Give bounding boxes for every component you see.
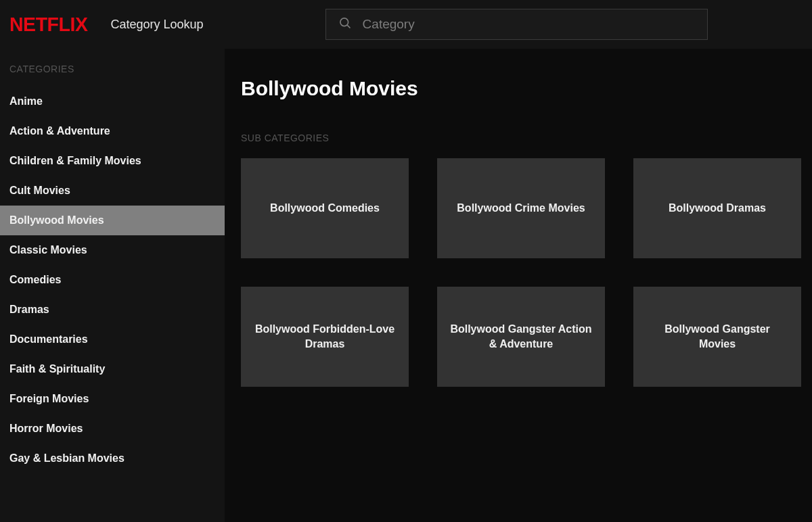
sidebar-item[interactable]: Gay & Lesbian Movies bbox=[0, 444, 225, 473]
netflix-logo: NETFLIX bbox=[9, 13, 87, 36]
main-panel: Bollywood Movies SUB CATEGORIES Bollywoo… bbox=[225, 49, 812, 522]
subcategory-label: Bollywood Dramas bbox=[669, 201, 766, 216]
subcategory-label: Bollywood Forbidden-Love Dramas bbox=[253, 322, 397, 351]
sidebar-item-label: Bollywood Movies bbox=[9, 214, 104, 226]
sidebar-item-label: Foreign Movies bbox=[9, 393, 89, 404]
sidebar-item-label: Faith & Spirituality bbox=[9, 363, 105, 375]
svg-line-1 bbox=[347, 25, 350, 28]
subcategory-label: Bollywood Comedies bbox=[270, 201, 380, 216]
sidebar-item[interactable]: Horror Movies bbox=[0, 414, 225, 444]
subcategory-card[interactable]: Bollywood Comedies bbox=[241, 158, 409, 258]
sidebar-heading: CATEGORIES bbox=[0, 64, 225, 87]
sidebar-item-label: Gay & Lesbian Movies bbox=[9, 452, 125, 464]
sidebar: CATEGORIES AnimeAction & AdventureChildr… bbox=[0, 49, 225, 522]
sidebar-item-label: Dramas bbox=[9, 304, 49, 315]
subcategory-label: Bollywood Crime Movies bbox=[457, 201, 585, 216]
subcategory-card[interactable]: Bollywood Gangster Action & Adventure bbox=[437, 287, 605, 387]
sidebar-item[interactable]: Cult Movies bbox=[0, 176, 225, 206]
search-box[interactable] bbox=[325, 9, 708, 40]
sub-categories-heading: SUB CATEGORIES bbox=[241, 133, 796, 143]
sidebar-item-label: Comedies bbox=[9, 274, 61, 285]
sidebar-item-label: Action & Adventure bbox=[9, 125, 110, 137]
sidebar-item[interactable]: Faith & Spirituality bbox=[0, 354, 225, 384]
svg-point-0 bbox=[340, 18, 348, 26]
header: NETFLIX Category Lookup bbox=[0, 0, 812, 49]
sidebar-item-label: Anime bbox=[9, 95, 43, 107]
sidebar-item-label: Children & Family Movies bbox=[9, 155, 141, 166]
sidebar-item[interactable]: Bollywood Movies bbox=[0, 206, 225, 235]
search-icon bbox=[338, 16, 352, 32]
app-title: Category Lookup bbox=[111, 18, 204, 32]
subcategory-card[interactable]: Bollywood Crime Movies bbox=[437, 158, 605, 258]
sidebar-item[interactable]: Children & Family Movies bbox=[0, 146, 225, 176]
sidebar-item[interactable]: Anime bbox=[0, 87, 225, 116]
sidebar-item[interactable]: Documentaries bbox=[0, 325, 225, 354]
sidebar-item[interactable]: Classic Movies bbox=[0, 235, 225, 265]
sidebar-item-label: Cult Movies bbox=[9, 185, 70, 196]
sidebar-item[interactable]: Foreign Movies bbox=[0, 384, 225, 414]
subcategory-label: Bollywood Gangster Movies bbox=[646, 322, 789, 351]
sidebar-item[interactable]: Dramas bbox=[0, 295, 225, 325]
sidebar-item[interactable]: Action & Adventure bbox=[0, 116, 225, 146]
sidebar-item[interactable]: Comedies bbox=[0, 265, 225, 295]
page-title: Bollywood Movies bbox=[241, 77, 796, 100]
subcategory-card[interactable]: Bollywood Gangster Movies bbox=[633, 287, 801, 387]
subcategory-card[interactable]: Bollywood Dramas bbox=[633, 158, 801, 258]
sidebar-item-label: Classic Movies bbox=[9, 244, 87, 256]
subcategory-card[interactable]: Bollywood Forbidden-Love Dramas bbox=[241, 287, 409, 387]
search-input[interactable] bbox=[363, 17, 695, 32]
sidebar-item-label: Horror Movies bbox=[9, 423, 83, 434]
subcategory-label: Bollywood Gangster Action & Adventure bbox=[449, 322, 593, 351]
sidebar-item-label: Documentaries bbox=[9, 333, 88, 345]
